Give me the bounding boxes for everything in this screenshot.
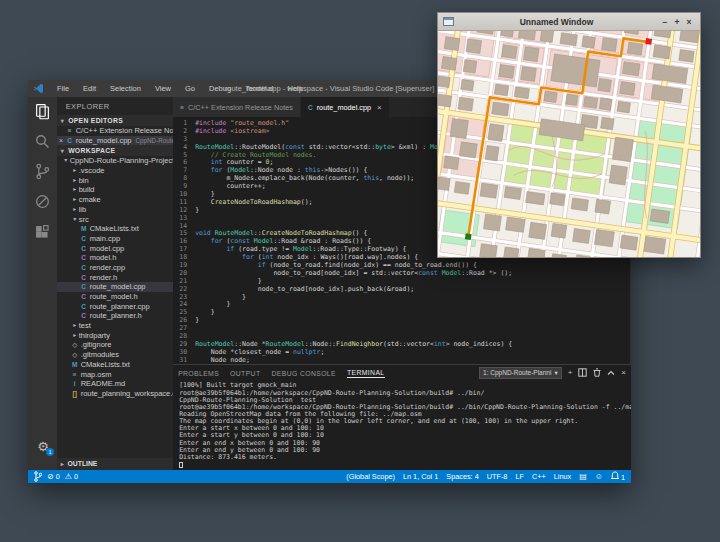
tree-item-build[interactable]: ▸build	[57, 185, 173, 195]
tree-item-map-osm[interactable]: ≡map.osm	[57, 370, 173, 380]
file-icon: M	[80, 224, 88, 234]
activity-bar: ⚙ 1	[28, 97, 57, 470]
debug-icon[interactable]	[34, 193, 51, 210]
tree-item-render-cpp[interactable]: Crender.cpp	[57, 263, 173, 273]
tree-item--vscode[interactable]: ▸.vscode	[57, 166, 173, 176]
close-icon[interactable]: ×	[683, 17, 695, 27]
tree-item-route-model-cpp[interactable]: Croute_model.cpp	[57, 282, 173, 292]
menu-item-edit[interactable]: Edit	[76, 80, 103, 97]
tree-item-lib[interactable]: ▸lib	[57, 205, 173, 215]
status-item-linux[interactable]: Linux	[554, 472, 571, 481]
status-item-c++[interactable]: C++	[532, 472, 546, 481]
status-item-ln-1-col-1[interactable]: Ln 1, Col 1	[403, 472, 438, 481]
open-editor-item[interactable]: ×Croute_model.cppCppND-Route-Planning...	[57, 136, 173, 146]
status-item-spaces-4[interactable]: Spaces: 4	[446, 472, 478, 481]
feedback-smiley-icon[interactable]: ☺	[595, 470, 603, 483]
extensions-icon[interactable]	[34, 223, 51, 240]
status-item--global-scope-[interactable]: (Global Scope)	[346, 472, 395, 481]
tree-item-model-h[interactable]: Cmodel.h	[57, 253, 173, 263]
tab-route-model-cpp[interactable]: C route_model.cpp ×	[301, 97, 390, 117]
file-icon: M	[71, 360, 79, 370]
warning-icon: ⚠	[65, 472, 72, 481]
menu-item-selection[interactable]: Selection	[103, 80, 148, 97]
tree-item-route-planning-workspace-code-workspace[interactable]: []route_planning_workspace.code-workspac…	[57, 389, 173, 399]
tree-item--gitignore[interactable]: ◇.gitignore	[57, 340, 173, 350]
map-window-titlebar[interactable]: Unnamed Window − + ×	[438, 13, 700, 31]
open-editors-header[interactable]: ▾ OPEN EDITORS	[57, 115, 173, 126]
tree-item-route-planner-h[interactable]: Croute_planner.h	[57, 311, 173, 321]
terminal-select[interactable]: 1: CppND-Route-Planni▾	[479, 367, 562, 379]
tree-item-thirdparty[interactable]: ▸thirdparty	[57, 331, 173, 341]
tree-item-label: .gitmodules	[81, 350, 119, 360]
git-branch-icon[interactable]	[34, 471, 42, 482]
outline-header[interactable]: ▸ OUTLINE	[57, 458, 173, 470]
menu-item-debug[interactable]: Debug	[202, 80, 238, 97]
close-tab-icon[interactable]: ×	[377, 103, 382, 112]
minimize-icon[interactable]: −	[659, 17, 671, 27]
tree-item-cmakelists-txt[interactable]: MCMakeLists.txt	[57, 360, 173, 370]
panel-tab-problems[interactable]: PROBLEMS	[178, 368, 219, 378]
menu-item-view[interactable]: View	[148, 80, 178, 97]
tree-item-route-planner-cpp[interactable]: Croute_planner.cpp	[57, 302, 173, 312]
tree-item-bin[interactable]: ▸bin	[57, 176, 173, 186]
tree-item-render-h[interactable]: Crender.h	[57, 273, 173, 283]
menu-item-help[interactable]: Help	[280, 80, 309, 97]
line-number: 31	[173, 357, 195, 365]
tree-item-label: render.h	[90, 273, 118, 283]
bell-icon	[611, 471, 619, 480]
menu-item-file[interactable]: File	[50, 80, 76, 97]
warning-count[interactable]: ⚠ 0	[65, 470, 78, 483]
source-control-icon[interactable]	[34, 163, 51, 180]
maximize-panel-chevron-icon[interactable]	[607, 370, 615, 376]
panel-tab-debug-console[interactable]: DEBUG CONSOLE	[271, 368, 336, 378]
explorer-icon[interactable]	[34, 103, 51, 120]
book-icon[interactable]: ▤	[579, 470, 587, 483]
file-icon: ◇	[71, 350, 79, 360]
tree-item-main-cpp[interactable]: Cmain.cpp	[57, 234, 173, 244]
explorer-header: EXPLORER	[57, 97, 173, 115]
new-terminal-icon[interactable]: +	[568, 368, 573, 378]
tree-item--gitmodules[interactable]: ◇.gitmodules	[57, 350, 173, 360]
panel-tab-output[interactable]: OUTPUT	[230, 368, 260, 378]
tree-item-cmake[interactable]: ▸cmake	[57, 195, 173, 205]
file-icon: C	[80, 292, 88, 302]
workspace-header[interactable]: ▾ WORKSPACE	[57, 145, 173, 156]
error-count[interactable]: ⊘ 0	[47, 470, 60, 483]
search-icon[interactable]	[34, 133, 51, 150]
menu-item-go[interactable]: Go	[178, 80, 202, 97]
tree-item-cppnd-route-planning-project[interactable]: ▾CppND-Route-Planning-Project	[57, 156, 173, 166]
tree-item-route-model-h[interactable]: Croute_model.h	[57, 292, 173, 302]
panel-tab-terminal[interactable]: TERMINAL	[347, 367, 385, 378]
open-editor-item[interactable]: ≡C/C++ Extension Release Notes	[57, 126, 173, 136]
status-item-utf-8[interactable]: UTF-8	[487, 472, 508, 481]
terminal-output[interactable]: [100%] Built target gmock_mainroot@ae39b…	[173, 380, 631, 470]
file-icon: C	[80, 234, 88, 244]
tree-item-cmakelists-txt[interactable]: MCMakeLists.txt	[57, 224, 173, 234]
tree-item-label: cmake	[79, 195, 101, 205]
notifications-bell[interactable]: 1	[611, 471, 625, 482]
chevron-right-icon: ▸	[71, 321, 79, 331]
chevron-down-icon: ▾	[62, 156, 70, 166]
tree-item-model-cpp[interactable]: Cmodel.cpp	[57, 244, 173, 254]
code-line: 23 }	[173, 294, 630, 302]
file-icon: C	[80, 263, 88, 273]
status-item-lf[interactable]: LF	[515, 472, 524, 481]
maximize-icon[interactable]: +	[671, 17, 683, 27]
tree-item-test[interactable]: ▸test	[57, 321, 173, 331]
tree-item-label: CMakeLists.txt	[90, 224, 139, 234]
kill-terminal-trash-icon[interactable]	[593, 368, 601, 377]
split-terminal-icon[interactable]	[578, 368, 587, 377]
tab-extension-release-notes[interactable]: ≡ C/C++ Extension Release Notes	[173, 97, 301, 117]
chevron-right-icon: ▸	[71, 331, 79, 341]
tree-item-readme-md[interactable]: iREADME.md	[57, 379, 173, 389]
close-panel-icon[interactable]: ×	[621, 368, 626, 378]
chevron-down-icon: ▾	[71, 215, 79, 225]
tree-item-src[interactable]: ▾src	[57, 215, 173, 225]
notes-file-icon: ≡	[180, 104, 184, 111]
close-editor-icon[interactable]: ×	[57, 136, 66, 146]
workspace-suffix: CppND-Route-Planning...	[136, 136, 174, 146]
settings-gear-icon[interactable]: ⚙ 1	[28, 440, 58, 454]
settings-badge: 1	[46, 448, 54, 456]
menu-item-terminal[interactable]: Terminal	[238, 80, 280, 97]
open-editors-list: ≡C/C++ Extension Release Notes×Croute_mo…	[57, 126, 173, 145]
